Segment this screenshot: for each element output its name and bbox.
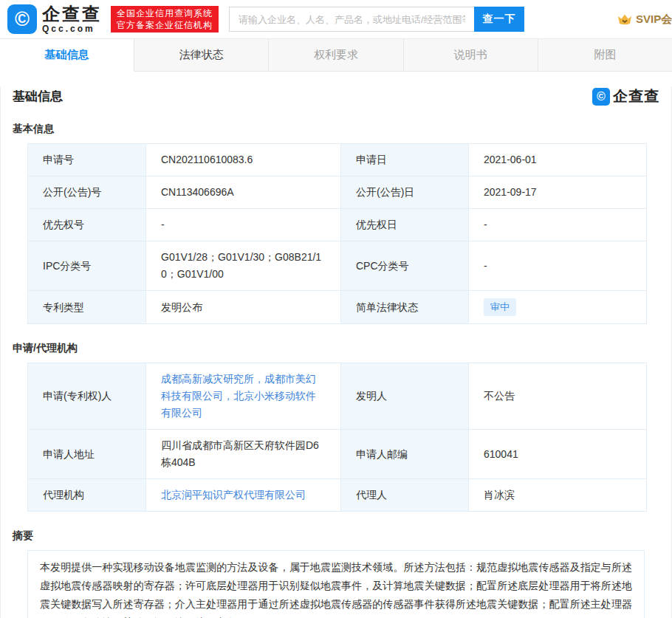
field-label: 发明人 <box>341 363 469 430</box>
tab-legal-status[interactable]: 法律状态 <box>134 39 269 72</box>
search-input[interactable] <box>229 7 474 32</box>
field-label: 申请号 <box>28 144 146 176</box>
agency-info-table: 申请(专利权)人 成都高新减灾研究所，成都市美幻科技有限公司，北京小米移动软件有… <box>27 363 647 512</box>
field-label: 申请日 <box>341 144 469 176</box>
field-value: 2021-09-17 <box>469 176 647 209</box>
field-value: 不公告 <box>469 363 647 430</box>
tab-specification[interactable]: 说明书 <box>404 39 538 72</box>
table-row: 公开(公告)号 CN113406696A 公开(公告)日 2021-09-17 <box>28 176 647 209</box>
field-value: - <box>469 209 647 241</box>
table-row: 申请(专利权)人 成都高新减灾研究所，成都市美幻科技有限公司，北京小米移动软件有… <box>28 363 647 430</box>
field-value: 审中 <box>469 291 647 324</box>
field-label: 代理人 <box>341 479 469 512</box>
field-value: CN113406696A <box>146 176 341 209</box>
table-row: 优先权号 - 优先权日 - <box>28 209 647 241</box>
logo-name: 企查查 <box>42 4 102 23</box>
site-header: © 企查查 Qcc.com 全国企业信用查询系统 官方备案企业征信机构 查一下 … <box>0 0 672 38</box>
field-label: CPC分类号 <box>341 241 469 291</box>
table-row: 申请号 CN202110610083.6 申请日 2021-06-01 <box>28 144 647 176</box>
tab-claims[interactable]: 权利要求 <box>269 39 403 72</box>
field-label: 简单法律状态 <box>341 291 469 324</box>
badge-line-2: 官方备案企业征信机构 <box>117 19 213 31</box>
field-value: 2021-06-01 <box>469 144 647 176</box>
field-label: 公开(公告)号 <box>28 176 146 209</box>
field-label: 公开(公告)日 <box>341 176 469 209</box>
patent-detail-content: 基础信息 © 企查查 基本信息 申请号 CN202110610083.6 申请日… <box>0 86 672 618</box>
page-title-row: 基础信息 © 企查查 <box>13 86 659 106</box>
badge-line-1: 全国企业信用查询系统 <box>117 7 213 19</box>
crown-icon <box>617 13 632 25</box>
svip-label: SVIP会员 <box>636 13 672 27</box>
field-value: CN202110610083.6 <box>146 144 341 176</box>
section-heading-basic: 基本信息 <box>13 123 659 136</box>
field-label: IPC分类号 <box>28 241 146 291</box>
table-row: 申请人地址 四川省成都市高新区天府软件园D6栋404B 申请人邮编 610041 <box>28 430 647 479</box>
qcc-logo-text: 企查查 Qcc.com <box>42 4 102 33</box>
table-row: IPC分类号 G01V1/28；G01V1/30；G08B21/10；G01V1… <box>28 241 647 291</box>
applicants-cell: 成都高新减灾研究所，成都市美幻科技有限公司，北京小米移动软件有限公司 <box>146 363 341 430</box>
status-badge: 审中 <box>484 298 516 316</box>
field-label: 优先权号 <box>28 209 146 241</box>
field-value: 肖冰滨 <box>469 479 647 512</box>
field-label: 专利类型 <box>28 291 146 324</box>
table-row: 代理机构 北京润平知识产权代理有限公司 代理人 肖冰滨 <box>28 479 647 512</box>
field-value: - <box>146 209 341 241</box>
search-bar: 查一下 <box>229 7 524 32</box>
detail-tabbar: 基础信息 法律状态 权利要求 说明书 附图 <box>0 38 672 72</box>
qcc-watermark-text: 企查查 <box>613 86 659 106</box>
agent-org-cell: 北京润平知识产权代理有限公司 <box>146 479 341 512</box>
table-row: 专利类型 发明公布 简单法律状态 审中 <box>28 291 647 324</box>
qcc-logo-icon: © <box>7 4 37 34</box>
qcc-logo[interactable]: © 企查查 Qcc.com <box>7 4 102 34</box>
field-value: - <box>469 241 647 291</box>
official-certification-badge: 全国企业信用查询系统 官方备案企业征信机构 <box>111 6 219 32</box>
field-label: 代理机构 <box>28 479 146 512</box>
search-button[interactable]: 查一下 <box>474 7 524 32</box>
agency-link[interactable]: 北京润平知识产权代理有限公司 <box>161 489 306 501</box>
field-value: 610041 <box>469 430 647 479</box>
applicant-separator: ， <box>223 390 233 402</box>
field-label: 申请人邮编 <box>341 430 469 479</box>
abstract-text: 本发明提供一种实现移动设备地震监测的方法及设备，属于地震监测技术领域。所述方法包… <box>27 550 645 618</box>
tab-drawings[interactable]: 附图 <box>538 39 672 72</box>
field-label: 申请人地址 <box>28 430 146 479</box>
qcc-watermark: © 企查查 <box>592 86 659 106</box>
page-title: 基础信息 <box>13 88 63 105</box>
field-label: 申请(专利权)人 <box>28 363 146 430</box>
applicant-link[interactable]: 成都高新减灾研究所 <box>161 373 254 385</box>
field-value: G01V1/28；G01V1/30；G08B21/10；G01V1/00 <box>146 241 341 291</box>
applicant-separator: ， <box>254 373 264 385</box>
basic-info-table: 申请号 CN202110610083.6 申请日 2021-06-01 公开(公… <box>27 143 647 324</box>
svip-membership-link[interactable]: SVIP会员 <box>617 0 672 38</box>
field-value: 发明公布 <box>146 291 341 324</box>
tab-basic-info[interactable]: 基础信息 <box>0 39 134 72</box>
field-value: 四川省成都市高新区天府软件园D6栋404B <box>146 430 341 479</box>
section-heading-abstract: 摘要 <box>13 529 659 543</box>
qcc-watermark-icon: © <box>592 88 610 106</box>
field-label: 优先权日 <box>341 209 469 241</box>
section-heading-agency: 申请/代理机构 <box>13 342 659 355</box>
logo-domain: Qcc.com <box>42 24 102 34</box>
